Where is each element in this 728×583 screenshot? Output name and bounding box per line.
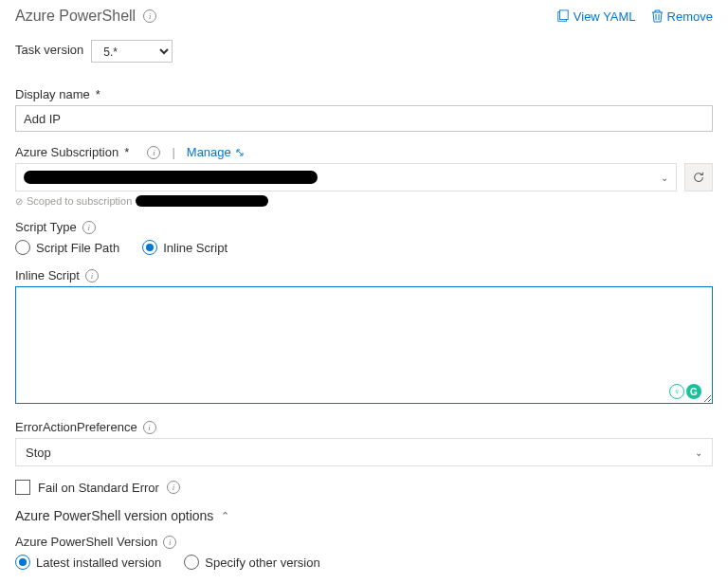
- yaml-icon: [556, 9, 570, 23]
- chevron-down-icon: ⌄: [695, 447, 702, 458]
- separator: |: [172, 145, 174, 159]
- chevron-down-icon: ⌄: [661, 173, 668, 183]
- task-version-label: Task version: [15, 43, 83, 57]
- task-title: Azure PowerShell i: [15, 8, 156, 25]
- title-text: Azure PowerShell: [15, 8, 136, 25]
- refresh-button[interactable]: [684, 163, 713, 191]
- azure-subscription-select[interactable]: ⌄: [15, 163, 677, 191]
- display-name-label: Display name: [15, 87, 90, 101]
- redacted-subscription-name: [24, 171, 318, 184]
- fail-on-stderr-label: Fail on Standard Error: [38, 481, 159, 495]
- info-icon[interactable]: i: [143, 9, 156, 23]
- ps-version-label: Azure PowerShell Version: [15, 535, 157, 549]
- error-action-value: Stop: [26, 446, 51, 460]
- task-version-select[interactable]: 5.*: [91, 40, 173, 63]
- latest-version-radio[interactable]: Latest installed version: [15, 555, 161, 570]
- radio-icon: [142, 240, 157, 255]
- view-yaml-label: View YAML: [573, 9, 636, 24]
- external-link-icon: [235, 148, 245, 157]
- ps-version-options-toggle[interactable]: Azure PowerShell version options ⌃: [15, 508, 713, 523]
- manage-label: Manage: [187, 145, 231, 159]
- trash-icon: [651, 9, 664, 23]
- inline-script-label: Inline Script: [163, 241, 228, 255]
- latest-version-label: Latest installed version: [36, 556, 161, 570]
- radio-icon: [15, 240, 30, 255]
- radio-icon: [184, 555, 199, 570]
- required-marker: *: [96, 87, 100, 101]
- remove-button[interactable]: Remove: [651, 9, 713, 24]
- info-icon[interactable]: i: [143, 421, 156, 434]
- redacted-scope-name: [136, 195, 268, 207]
- chevron-up-icon: ⌃: [221, 510, 229, 522]
- specify-version-radio[interactable]: Specify other version: [184, 555, 319, 570]
- info-icon[interactable]: i: [167, 481, 180, 494]
- info-icon[interactable]: i: [147, 146, 160, 159]
- display-name-input[interactable]: [15, 105, 713, 132]
- radio-icon: [15, 555, 30, 570]
- scoped-text: Scoped to subscription: [27, 195, 132, 207]
- inline-script-label: Inline Script: [15, 268, 80, 282]
- grammarly-bulb-icon[interactable]: ♀: [669, 384, 684, 399]
- inline-script-textarea[interactable]: [15, 286, 713, 404]
- info-icon[interactable]: i: [163, 536, 176, 549]
- svg-rect-1: [559, 10, 568, 20]
- script-file-path-radio[interactable]: Script File Path: [15, 240, 119, 255]
- inline-script-radio[interactable]: Inline Script: [142, 240, 228, 255]
- view-yaml-button[interactable]: View YAML: [556, 9, 636, 24]
- script-file-path-label: Script File Path: [36, 241, 119, 255]
- ps-version-options-title: Azure PowerShell version options: [15, 508, 213, 523]
- manage-link[interactable]: Manage: [187, 145, 245, 159]
- error-action-label: ErrorActionPreference: [15, 420, 137, 434]
- error-action-select[interactable]: Stop ⌄: [15, 438, 713, 466]
- refresh-icon: [692, 171, 705, 184]
- specify-version-label: Specify other version: [205, 556, 319, 570]
- info-icon[interactable]: i: [82, 221, 96, 234]
- required-marker: *: [124, 145, 129, 159]
- azure-subscription-label: Azure Subscription: [15, 145, 118, 159]
- script-type-label: Script Type: [15, 220, 77, 234]
- lock-icon: ⊘: [15, 196, 23, 207]
- fail-on-stderr-checkbox[interactable]: [15, 480, 30, 495]
- remove-label: Remove: [667, 9, 713, 24]
- info-icon[interactable]: i: [85, 269, 99, 282]
- grammarly-icon[interactable]: G: [686, 384, 701, 399]
